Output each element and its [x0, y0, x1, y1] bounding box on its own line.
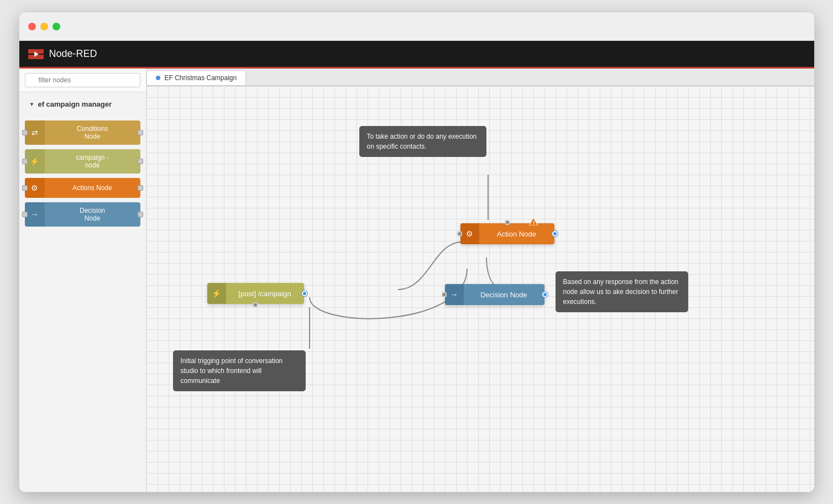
tab-bar: EF Christmas Campaign: [146, 69, 814, 86]
tooltip-decision-text: Based on any response from the action no…: [563, 278, 679, 306]
campaign-icon: ⚡: [30, 157, 39, 166]
actions-node-label: Actions Node: [45, 184, 140, 192]
campaign-node-label: campaign -node: [45, 154, 140, 169]
action-node-icon: ⚙: [460, 223, 479, 244]
logo: Node-RED: [28, 48, 97, 60]
tab-ef-christmas[interactable]: EF Christmas Campaign: [146, 70, 247, 85]
campaign-endpoint-icon: ⚡: [207, 283, 226, 304]
actions-icon-wrap: ⚙: [25, 178, 45, 198]
svg-text:!: !: [533, 220, 535, 225]
conn-endpoint-to-action: [398, 242, 462, 290]
port-right-actions: [138, 185, 143, 191]
category-label: ef campaign manager: [38, 100, 112, 109]
canvas-area: EF Christmas Campaign: [146, 69, 814, 492]
tooltip-decision-node: Based on any response from the action no…: [556, 271, 688, 312]
decision-node-canvas-label: Decision Node: [464, 291, 544, 299]
titlebar: [19, 12, 814, 41]
tooltip-action-text: To take action or do do any execution on…: [367, 133, 477, 150]
tab-label: EF Christmas Campaign: [165, 74, 237, 82]
campaign-port-bottom: [253, 302, 258, 307]
sidebar-node-actions[interactable]: ⚙ Actions Node: [25, 178, 140, 198]
campaign-endpoint-label: [post] /campaign: [226, 290, 304, 298]
port-right-decision: [138, 212, 143, 217]
campaign-port-right[interactable]: [302, 291, 307, 296]
sidebar-section: ▼ ef campaign manager: [19, 92, 146, 117]
action-port-left: [457, 232, 462, 237]
main-area: 🔍 ▼ ef campaign manager: [19, 69, 814, 492]
chevron-down-icon: ▼: [29, 101, 35, 107]
port-left-conditions: [22, 130, 28, 135]
sidebar-node-decision[interactable]: → DecisionNode: [25, 202, 140, 227]
decision-port-right[interactable]: [542, 292, 548, 297]
decision-port-left: [442, 292, 447, 297]
close-button[interactable]: [28, 23, 36, 30]
canvas-node-campaign-endpoint[interactable]: ⚡ [post] /campaign: [207, 283, 304, 304]
conditions-icon: ⇄: [32, 128, 38, 137]
filter-wrap: 🔍: [19, 69, 146, 92]
decision-node-label: DecisionNode: [45, 207, 140, 222]
tooltip-action-node: To take action or do do any execution on…: [359, 126, 486, 157]
campaign-icon-wrap: ⚡: [25, 149, 45, 174]
filter-nodes-input[interactable]: [25, 73, 140, 87]
canvas[interactable]: To take action or do do any execution on…: [146, 86, 814, 492]
tooltip-campaign-text: Initial trigging point of conversation s…: [181, 357, 283, 385]
sidebar-node-conditions[interactable]: ⇄ ConditionsNode: [25, 120, 140, 145]
app-container: Node-RED 🔍 ▼ ef campaign manager: [19, 41, 814, 492]
canvas-node-action[interactable]: ⚙ Action Node !: [460, 223, 554, 244]
actions-icon: ⚙: [31, 183, 38, 192]
sidebar: 🔍 ▼ ef campaign manager: [19, 69, 146, 492]
action-port-right[interactable]: [552, 231, 558, 237]
port-left-actions: [22, 185, 28, 191]
browser-window: Node-RED 🔍 ▼ ef campaign manager: [19, 12, 815, 492]
action-port-top: [505, 220, 510, 225]
sidebar-category-ef-campaign[interactable]: ▼ ef campaign manager: [25, 97, 140, 113]
tab-active-dot: [156, 76, 160, 80]
port-left-decision: [22, 212, 28, 217]
minimize-button[interactable]: [40, 23, 48, 30]
conditions-icon-wrap: ⇄: [25, 120, 45, 145]
decision-icon: →: [31, 210, 39, 219]
node-red-header: Node-RED: [19, 41, 814, 69]
decision-icon-wrap: →: [25, 202, 45, 227]
conditions-node-label: ConditionsNode: [45, 125, 140, 140]
logo-icon: [28, 49, 45, 59]
maximize-button[interactable]: [53, 23, 60, 30]
port-right-conditions: [138, 130, 143, 135]
action-node-label: Action Node: [479, 230, 554, 238]
warning-icon: !: [529, 218, 538, 228]
canvas-node-decision[interactable]: → Decision Node: [445, 284, 544, 305]
port-left-campaign: [22, 159, 28, 164]
tooltip-campaign-endpoint: Initial trigging point of conversation s…: [173, 350, 306, 391]
decision-node-icon: →: [445, 284, 464, 305]
sidebar-node-campaign[interactable]: ⚡ campaign -node: [25, 149, 140, 174]
nodes-list: ⇄ ConditionsNode ⚡ campaign -node: [19, 117, 146, 230]
app-title: Node-RED: [49, 48, 97, 60]
port-right-campaign: [138, 159, 143, 164]
